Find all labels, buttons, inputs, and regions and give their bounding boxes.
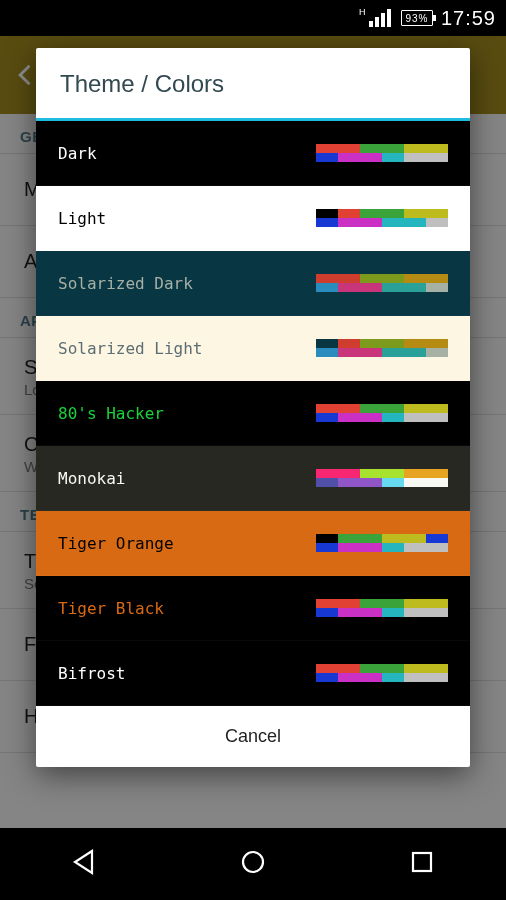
- color-swatch: [338, 608, 360, 617]
- color-swatch: [338, 209, 360, 218]
- color-swatch: [382, 599, 404, 608]
- color-swatch: [360, 404, 382, 413]
- theme-option[interactable]: Tiger Black: [36, 576, 470, 641]
- color-swatch: [316, 339, 338, 348]
- color-swatch: [426, 478, 448, 487]
- color-swatch: [426, 664, 448, 673]
- color-swatch: [426, 534, 448, 543]
- theme-name: Dark: [58, 144, 97, 163]
- color-swatch: [426, 413, 448, 422]
- color-swatch: [382, 283, 404, 292]
- color-swatch: [382, 413, 404, 422]
- color-swatch: [404, 543, 426, 552]
- theme-option[interactable]: Light: [36, 186, 470, 251]
- theme-option[interactable]: Tiger Orange: [36, 511, 470, 576]
- color-swatch: [404, 599, 426, 608]
- status-bar: H 93% 17:59: [0, 0, 506, 36]
- color-swatch: [338, 478, 360, 487]
- color-swatch: [316, 283, 338, 292]
- color-swatch: [382, 404, 404, 413]
- color-swatch: [360, 209, 382, 218]
- color-swatch: [404, 608, 426, 617]
- theme-name: Solarized Light: [58, 339, 203, 358]
- theme-name: Tiger Black: [58, 599, 164, 618]
- theme-swatch-group: [316, 404, 448, 422]
- color-swatch: [404, 348, 426, 357]
- color-swatch: [382, 209, 404, 218]
- color-swatch: [360, 664, 382, 673]
- color-swatch: [338, 469, 360, 478]
- battery-icon: 93%: [401, 10, 433, 26]
- theme-swatch-group: [316, 664, 448, 682]
- color-swatch: [382, 534, 404, 543]
- theme-option[interactable]: Monokai: [36, 446, 470, 511]
- color-swatch: [360, 274, 382, 283]
- color-swatch: [404, 469, 426, 478]
- color-swatch: [360, 673, 382, 682]
- color-swatch: [382, 664, 404, 673]
- color-swatch: [316, 144, 338, 153]
- color-swatch: [338, 218, 360, 227]
- theme-swatch-group: [316, 339, 448, 357]
- color-swatch: [360, 339, 382, 348]
- color-swatch: [316, 413, 338, 422]
- color-swatch: [338, 543, 360, 552]
- cancel-button[interactable]: Cancel: [36, 706, 470, 767]
- color-swatch: [404, 283, 426, 292]
- color-swatch: [382, 608, 404, 617]
- color-swatch: [404, 153, 426, 162]
- color-swatch: [338, 274, 360, 283]
- theme-name: Tiger Orange: [58, 534, 174, 553]
- theme-swatch-group: [316, 144, 448, 162]
- network-type-label: H: [359, 7, 367, 17]
- color-swatch: [360, 608, 382, 617]
- color-swatch: [338, 339, 360, 348]
- color-swatch: [382, 348, 404, 357]
- theme-swatch-group: [316, 534, 448, 552]
- color-swatch: [382, 469, 404, 478]
- color-swatch: [404, 144, 426, 153]
- color-swatch: [426, 209, 448, 218]
- theme-name: Light: [58, 209, 106, 228]
- color-swatch: [338, 413, 360, 422]
- color-swatch: [404, 534, 426, 543]
- color-swatch: [360, 534, 382, 543]
- color-swatch: [382, 543, 404, 552]
- color-swatch: [316, 478, 338, 487]
- theme-swatch-group: [316, 599, 448, 617]
- color-swatch: [426, 469, 448, 478]
- color-swatch: [316, 274, 338, 283]
- color-swatch: [316, 218, 338, 227]
- color-swatch: [338, 144, 360, 153]
- signal-icon: H: [367, 9, 391, 27]
- nav-recent-button[interactable]: [387, 837, 457, 891]
- color-swatch: [338, 153, 360, 162]
- color-swatch: [338, 283, 360, 292]
- color-swatch: [316, 664, 338, 673]
- color-swatch: [338, 534, 360, 543]
- theme-option[interactable]: Solarized Dark: [36, 251, 470, 316]
- nav-back-button[interactable]: [49, 837, 119, 891]
- color-swatch: [316, 153, 338, 162]
- color-swatch: [426, 153, 448, 162]
- color-swatch: [360, 469, 382, 478]
- theme-option[interactable]: Bifrost: [36, 641, 470, 706]
- nav-home-button[interactable]: [218, 837, 288, 891]
- status-clock: 17:59: [441, 7, 496, 30]
- color-swatch: [382, 478, 404, 487]
- color-swatch: [426, 543, 448, 552]
- color-swatch: [426, 673, 448, 682]
- color-swatch: [360, 599, 382, 608]
- color-swatch: [360, 478, 382, 487]
- color-swatch: [316, 209, 338, 218]
- color-swatch: [360, 348, 382, 357]
- theme-option[interactable]: Solarized Light: [36, 316, 470, 381]
- color-swatch: [360, 144, 382, 153]
- theme-option[interactable]: 80's Hacker: [36, 381, 470, 446]
- theme-option[interactable]: Dark: [36, 121, 470, 186]
- color-swatch: [404, 209, 426, 218]
- color-swatch: [360, 283, 382, 292]
- color-swatch: [404, 478, 426, 487]
- color-swatch: [426, 144, 448, 153]
- color-swatch: [360, 153, 382, 162]
